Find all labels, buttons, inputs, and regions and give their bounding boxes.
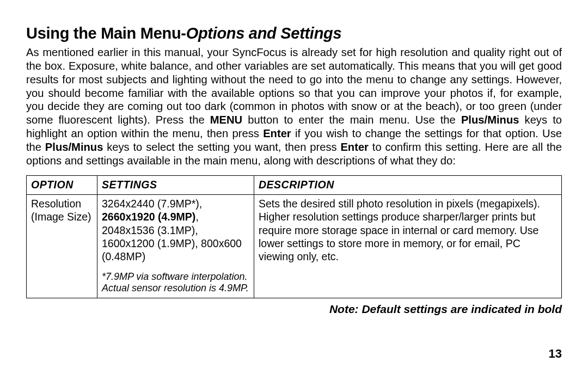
enter-key-label: Enter (340, 141, 369, 153)
para-part: button to enter the main menu. Use the (242, 114, 461, 126)
settings-cell: 3264x2440 (7.9MP*), 2660x1920 (4.9MP), 2… (97, 194, 254, 298)
settings-line: 1600x1200 (1.9MP), 800x600 (0.48MP) (102, 237, 242, 262)
option-line: Resolution (31, 198, 81, 210)
manual-page: Using the Main Menu-Options and Settings… (0, 0, 588, 374)
col-header-settings: SETTINGS (97, 175, 254, 194)
option-cell: Resolution (Image Size) (27, 194, 97, 298)
col-header-description: DESCRIPTION (254, 175, 562, 194)
para-part: keys to select the setting you want, the… (103, 141, 340, 153)
settings-line: 2048x1536 (3.1MP), (102, 224, 198, 236)
settings-line: , (195, 211, 198, 223)
default-settings-note: Note: Default settings are indicated in … (26, 303, 562, 316)
intro-paragraph: As mentioned earlier in this manual, you… (26, 46, 562, 168)
page-number: 13 (549, 347, 562, 361)
option-line: (Image Size) (31, 211, 91, 223)
heading-main: Using the Main Menu- (26, 24, 186, 42)
plus-minus-key-label: Plus/Minus (461, 114, 519, 126)
table-row: Resolution (Image Size) 3264x2440 (7.9MP… (27, 194, 562, 298)
options-table: OPTION SETTINGS DESCRIPTION Resolution (… (26, 175, 562, 298)
description-cell: Sets the desired still photo resolution … (254, 194, 562, 298)
plus-minus-key-label: Plus/Minus (45, 141, 103, 153)
menu-key-label: MENU (210, 114, 242, 126)
enter-key-label: Enter (263, 127, 291, 139)
section-heading: Using the Main Menu-Options and Settings (26, 24, 562, 42)
settings-line: 3264x2440 (7.9MP*), (102, 198, 202, 210)
table-header-row: OPTION SETTINGS DESCRIPTION (27, 175, 562, 194)
settings-default: 2660x1920 (4.9MP) (102, 211, 195, 223)
heading-sub: Options and Settings (186, 24, 342, 42)
settings-footnote: *7.9MP via software interpolation. Actua… (102, 271, 249, 295)
col-header-option: OPTION (27, 175, 97, 194)
